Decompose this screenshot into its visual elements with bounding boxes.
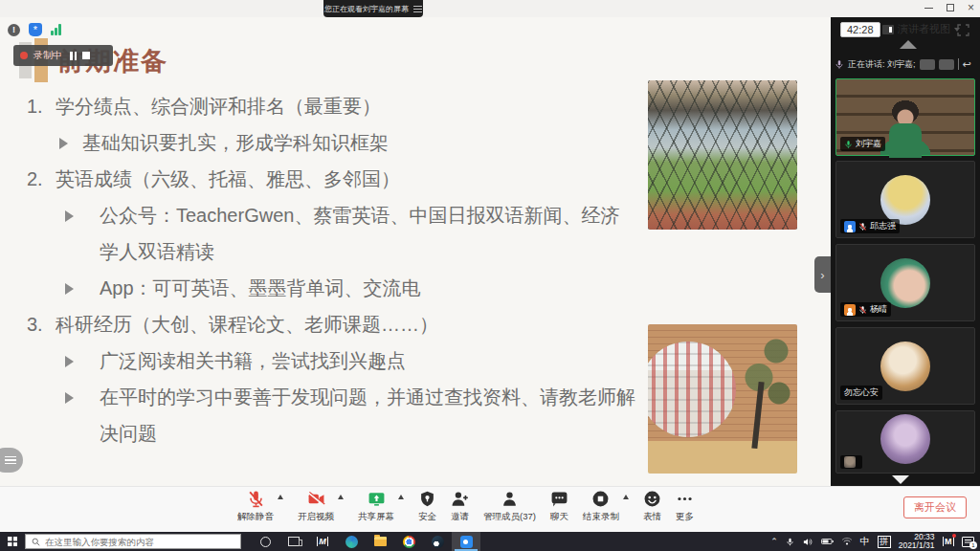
participant-tile[interactable]: 杨晴 — [835, 244, 975, 321]
emoji-button[interactable]: 表情 — [643, 488, 661, 523]
battery-icon[interactable] — [821, 537, 834, 546]
meeting-app-icon — [460, 536, 473, 548]
start-video-button[interactable]: 开启视频 — [298, 488, 334, 523]
recording-label: 录制中 — [33, 49, 62, 62]
system-tray: ⌃ 中 拼 20:33 2021/1/31 M 1 — [770, 533, 980, 550]
fullscreen-icon[interactable] — [957, 23, 969, 40]
clock[interactable]: 20:33 2021/1/31 — [899, 533, 935, 550]
toolbar-buttons: 解除静音 开启视频 共享屏幕 安全 — [237, 488, 694, 523]
avatar — [880, 175, 930, 225]
arrow-bullet-icon — [65, 356, 74, 367]
share-screen-button[interactable]: 共享屏幕 — [358, 488, 394, 523]
info-icon[interactable]: ! — [8, 24, 20, 36]
ime-mode[interactable]: 拼 — [878, 536, 891, 548]
date: 2021/1/31 — [899, 540, 935, 550]
start-button[interactable] — [0, 532, 25, 551]
stop-recording-icon[interactable] — [82, 52, 90, 59]
cohost-badge-icon — [844, 221, 856, 232]
pause-recording-icon[interactable] — [70, 52, 77, 60]
task-view-button[interactable] — [279, 532, 308, 551]
search-icon — [32, 538, 40, 546]
stop-record-icon — [591, 488, 610, 509]
members-icon — [501, 488, 519, 509]
meeting-app-button[interactable] — [452, 532, 480, 551]
more-button[interactable]: 更多 — [676, 488, 694, 523]
security-button[interactable]: 安全 — [418, 488, 436, 523]
taskbar-apps: M — [251, 532, 480, 551]
im-tray-icon[interactable]: M — [943, 537, 955, 546]
cortana-button[interactable] — [251, 532, 279, 551]
participant-tile-speaker[interactable]: 刘宇嘉 — [835, 78, 975, 156]
taskbar-search[interactable] — [25, 534, 241, 549]
item-number: 2. — [27, 161, 56, 197]
participant-name: 刘宇嘉 — [856, 138, 881, 150]
ime-language[interactable]: 中 — [860, 535, 870, 548]
network-signal-icon[interactable] — [51, 24, 61, 35]
screen-share-icon — [367, 488, 387, 509]
arrow-bullet-icon — [65, 283, 74, 295]
window-controls: × — [924, 3, 974, 12]
host-badge-icon — [844, 304, 856, 316]
stop-recording-button[interactable]: 结束录制 — [583, 488, 619, 523]
notification-center-icon[interactable]: 1 — [962, 537, 974, 547]
participant-name: 勿忘心安 — [844, 386, 879, 399]
volume-icon[interactable] — [802, 537, 813, 547]
windows-taskbar: M ⌃ 中 拼 20:33 2021/1/31 M 1 — [0, 532, 980, 551]
steam-button[interactable] — [423, 532, 452, 551]
invite-button[interactable]: 邀请 — [451, 488, 469, 523]
file-explorer-button[interactable] — [366, 532, 394, 551]
item-number: 1. — [27, 88, 56, 124]
windows-logo-icon — [8, 537, 17, 546]
unmute-button[interactable]: 解除静音 — [237, 488, 274, 523]
chat-icon — [550, 488, 568, 509]
panel-collapse-handle[interactable]: › — [814, 256, 831, 293]
arrow-bullet-icon — [65, 210, 74, 222]
search-input[interactable] — [45, 537, 227, 547]
speaking-label: 正在讲话: 刘宇嘉; — [848, 58, 916, 71]
edge-button[interactable] — [337, 532, 366, 551]
mic-icon — [835, 59, 844, 70]
divider — [958, 58, 959, 70]
slide-body: 1. 学分绩点、综合测评和排名（最重要） 基础知识要扎实，形成学科知识框架 2.… — [27, 88, 649, 452]
recording-indicator: 录制中 — [13, 45, 113, 66]
scroll-down-icon[interactable] — [892, 475, 909, 484]
steam-icon — [432, 536, 444, 548]
chevron-up-icon[interactable] — [398, 495, 404, 499]
leave-meeting-button[interactable]: 离开会议 — [903, 496, 967, 518]
slide-photo-fence — [648, 80, 797, 230]
im-app-button[interactable]: M — [308, 532, 337, 551]
mic-off-icon — [247, 488, 265, 509]
participant-tile[interactable] — [835, 410, 975, 474]
invite-person-icon — [451, 488, 469, 509]
scroll-up-icon[interactable] — [900, 40, 917, 49]
tray-mic-icon[interactable] — [786, 537, 794, 547]
record-dot-icon — [20, 52, 28, 59]
maximize-icon[interactable] — [947, 4, 954, 11]
meeting-status-icons: ! * — [8, 23, 61, 36]
banner-menu-icon[interactable] — [413, 6, 422, 12]
participant-name: 邱志强 — [870, 220, 896, 232]
participant-tile[interactable]: 邱志强 — [835, 161, 975, 238]
shield-icon — [419, 488, 435, 509]
slide-item-5: App：可可英语、墨墨背单词、交流电 — [27, 270, 649, 306]
manage-members-button[interactable]: 管理成员(37) — [483, 488, 536, 523]
chat-button[interactable]: 聊天 — [550, 488, 568, 523]
tray-expand-icon[interactable]: ⌃ — [770, 537, 778, 546]
chevron-up-icon[interactable] — [623, 495, 629, 499]
chrome-button[interactable] — [394, 532, 423, 551]
mic-on-icon — [844, 140, 853, 149]
return-arrow-icon[interactable]: ↩ — [963, 59, 971, 69]
chevron-up-icon[interactable] — [338, 495, 344, 499]
participant-tile[interactable]: 勿忘心安 — [835, 327, 975, 405]
view-mode-selector[interactable]: 演讲者视图 — [882, 22, 960, 36]
security-shield-icon[interactable]: * — [29, 23, 42, 36]
wifi-icon[interactable] — [841, 537, 853, 546]
blurred-icon — [939, 59, 954, 70]
arrow-bullet-icon — [59, 138, 68, 149]
slide-item-3: 2. 英语成绩（六级、托福、雅思、多邻国） — [27, 161, 649, 197]
avatar — [880, 258, 930, 308]
close-icon[interactable]: × — [968, 3, 974, 12]
chevron-up-icon[interactable] — [278, 495, 283, 499]
emoji-icon — [643, 488, 661, 509]
minimize-icon[interactable] — [924, 8, 933, 9]
